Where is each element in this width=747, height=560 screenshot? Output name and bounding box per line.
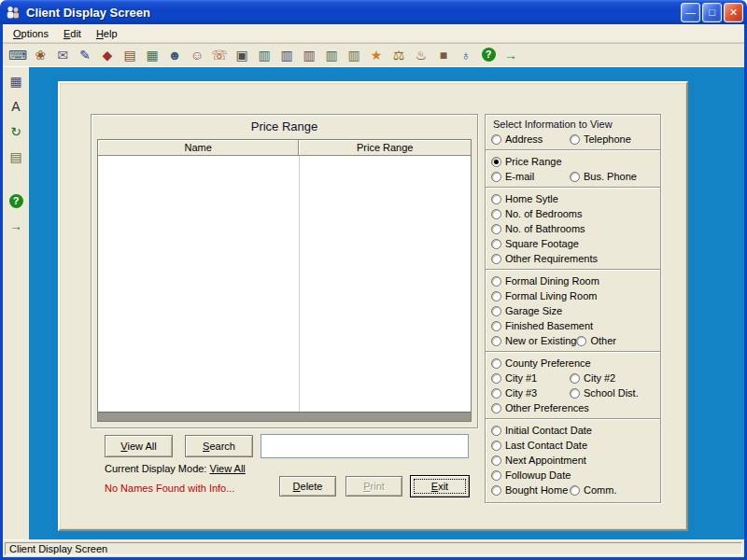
radio-option-address[interactable]: Address xyxy=(491,133,570,145)
book-icon-glyph: ▤ xyxy=(123,49,135,62)
exit-button[interactable]: Exit xyxy=(410,475,470,497)
column-header-name[interactable]: Name xyxy=(98,140,299,156)
animal-icon[interactable]: ❀ xyxy=(31,46,49,64)
mail-icon[interactable]: ✉ xyxy=(53,46,72,64)
signature-icon[interactable]: ✎ xyxy=(76,46,94,64)
records-icon-3[interactable]: ▥ xyxy=(300,46,318,64)
column-header-price-range[interactable]: Price Range xyxy=(299,140,471,156)
burst-icon-glyph: ★ xyxy=(371,49,383,62)
horizontal-scrollbar[interactable] xyxy=(98,412,471,421)
font-icon[interactable]: A xyxy=(7,97,25,116)
records-icon-1[interactable]: ▥ xyxy=(255,46,274,64)
radio-icon xyxy=(491,172,501,182)
records-icon-4[interactable]: ▥ xyxy=(322,46,341,64)
radio-option-bought-home[interactable]: Bought Home xyxy=(491,484,570,496)
radio-icon xyxy=(491,441,501,451)
radio-icon xyxy=(570,373,580,384)
radio-option-city-2[interactable]: City #2 xyxy=(570,372,615,384)
radio-option-initial-contact-date[interactable]: Initial Contact Date xyxy=(491,425,592,436)
radio-option-followup-date[interactable]: Followup Date xyxy=(491,469,571,481)
exit-icon-glyph: → xyxy=(9,219,22,232)
radio-label: School Dist. xyxy=(584,387,639,399)
close-button[interactable]: ✕ xyxy=(724,3,743,22)
radio-option-home-sytle[interactable]: Home Sytle xyxy=(491,193,558,204)
view-all-button[interactable]: View All xyxy=(105,435,173,457)
computer-icon[interactable]: ⌨ xyxy=(8,46,27,64)
book-icon[interactable]: ▤ xyxy=(120,46,139,64)
radio-option-no-of-bedrooms[interactable]: No. of Bedrooms xyxy=(491,208,583,219)
radio-option-e-mail[interactable]: E-mail xyxy=(491,171,570,182)
burst-icon[interactable]: ★ xyxy=(367,46,386,64)
radio-icon xyxy=(491,336,501,346)
titlebar[interactable]: Client Display Screen — □ ✕ xyxy=(0,0,747,24)
radio-option-next-appointment[interactable]: Next Appointment xyxy=(491,455,586,466)
records-icon-2[interactable]: ▥ xyxy=(277,46,296,64)
radio-icon xyxy=(491,306,501,316)
menu-help[interactable]: Help xyxy=(90,26,124,41)
radio-option-no-of-bathrooms[interactable]: No. of Bathrooms xyxy=(491,223,585,234)
radio-option-other[interactable]: Other xyxy=(576,335,616,346)
radio-option-county-preference[interactable]: County Preference xyxy=(491,357,591,369)
radio-option-other-preferences[interactable]: Other Preferences xyxy=(491,402,589,413)
printer-icon[interactable]: ▣ xyxy=(233,46,251,64)
minimize-icon: — xyxy=(685,7,696,18)
scales-icon[interactable]: ⚖ xyxy=(389,46,408,64)
exit-icon[interactable]: → xyxy=(501,46,520,64)
help-icon[interactable]: ? xyxy=(479,46,498,64)
radio-option-bus-phone[interactable]: Bus. Phone xyxy=(570,171,637,182)
help-icon[interactable]: ? xyxy=(7,191,25,210)
radio-option-price-range[interactable]: Price Range xyxy=(491,156,562,167)
radio-option-formal-living-room[interactable]: Formal Living Room xyxy=(491,290,597,301)
maximize-button[interactable]: □ xyxy=(702,3,722,22)
radio-option-city-1[interactable]: City #1 xyxy=(491,372,570,384)
grid-body[interactable] xyxy=(98,156,471,412)
exit-icon[interactable]: → xyxy=(7,217,25,235)
radio-row: Last Contact Date xyxy=(491,438,655,453)
radio-option-square-footage[interactable]: Square Footage xyxy=(491,238,579,249)
delete-button[interactable]: Delete xyxy=(279,476,336,497)
phone-icon-glyph: ☏ xyxy=(211,49,228,62)
print-label: Print xyxy=(346,481,402,492)
kettle-icon[interactable]: ♨ xyxy=(412,46,430,64)
minimize-button[interactable]: — xyxy=(681,3,700,22)
car-icon[interactable]: ◆ xyxy=(98,46,117,64)
radio-label: Square Footage xyxy=(505,238,579,249)
radio-label: Comm. xyxy=(584,484,616,496)
radio-option-comm[interactable]: Comm. xyxy=(570,484,616,496)
group-separator xyxy=(486,269,660,271)
radio-label: City #3 xyxy=(505,387,537,399)
globe-icon[interactable]: ♁ xyxy=(457,46,475,64)
radio-option-telephone[interactable]: Telephone xyxy=(570,133,631,145)
phone-icon[interactable]: ☏ xyxy=(210,46,229,64)
mode-prefix: Current Display Mode: xyxy=(105,463,210,474)
radio-row: County Preference xyxy=(491,356,655,371)
radio-row: New or ExistingOther xyxy=(491,333,655,348)
radio-label: County Preference xyxy=(505,357,591,369)
menu-options[interactable]: Options xyxy=(7,26,55,41)
radio-option-new-or-existing[interactable]: New or Existing xyxy=(491,335,576,346)
radio-option-finished-basement[interactable]: Finished Basement xyxy=(491,320,593,331)
radio-option-formal-dining-room[interactable]: Formal Dining Room xyxy=(491,275,599,287)
refresh-icon[interactable]: ↻ xyxy=(7,122,25,141)
app-icon xyxy=(6,5,22,20)
radio-option-school-dist[interactable]: School Dist. xyxy=(570,387,639,399)
people-icon[interactable]: ☺ xyxy=(188,46,206,64)
view-all-label: View All xyxy=(106,441,172,452)
client-grid: Name Price Range xyxy=(97,139,472,422)
search-input[interactable] xyxy=(261,434,469,458)
menu-edit[interactable]: Edit xyxy=(57,26,88,41)
radio-option-garage-size[interactable]: Garage Size xyxy=(491,305,562,316)
notes-icon[interactable]: ▦ xyxy=(143,46,162,64)
grid-header: Name Price Range xyxy=(98,140,471,156)
grid-icon[interactable]: ▦ xyxy=(7,72,25,91)
person-icon[interactable]: ☻ xyxy=(165,46,184,64)
radio-option-other-requirements[interactable]: Other Requirements xyxy=(491,253,598,264)
radio-label: Bought Home xyxy=(505,484,568,496)
records-icon-5[interactable]: ▥ xyxy=(345,46,363,64)
radio-option-city-3[interactable]: City #3 xyxy=(491,387,570,399)
briefcase-icon[interactable]: ■ xyxy=(434,46,453,64)
records-icon-2-glyph: ▥ xyxy=(280,49,292,62)
search-button[interactable]: Search xyxy=(185,435,253,457)
image-icon[interactable]: ▤ xyxy=(7,147,25,166)
radio-option-last-contact-date[interactable]: Last Contact Date xyxy=(491,440,587,451)
